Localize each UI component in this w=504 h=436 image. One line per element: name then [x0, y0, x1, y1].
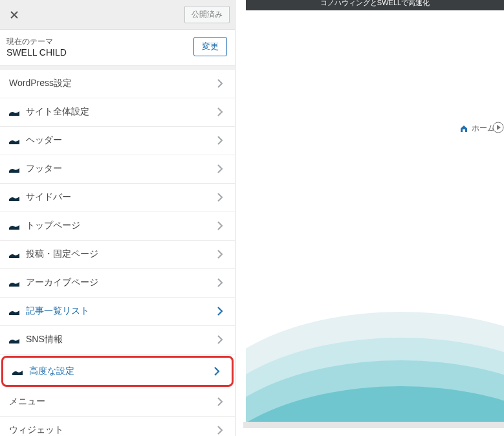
settings-item-left: 記事一覧リスト	[9, 305, 89, 317]
settings-item-label: ヘッダー	[26, 135, 62, 146]
settings-item[interactable]: 投稿・固定ページ	[0, 241, 235, 269]
settings-item-label: メニュー	[9, 396, 45, 408]
chevron-right-icon	[214, 163, 226, 175]
settings-item-label: WordPress設定	[9, 78, 72, 89]
site-preview: コノハウィングとSWELLで高速化 ホーム	[236, 0, 504, 436]
chevron-right-icon	[214, 135, 226, 146]
theme-row: 現在のテーマ SWELL CHILD 変更	[0, 30, 235, 66]
settings-item-left: 投稿・固定ページ	[9, 248, 98, 260]
theme-name: SWELL CHILD	[6, 47, 67, 58]
settings-item[interactable]: アーカイブページ	[0, 269, 235, 298]
theme-caption: 現在のテーマ	[6, 36, 67, 47]
settings-item[interactable]: 高度な設定	[1, 356, 234, 387]
swell-icon	[9, 108, 19, 116]
settings-item[interactable]: SNS情報	[0, 326, 235, 354]
swell-icon	[9, 165, 19, 173]
settings-item-left: SNS情報	[9, 334, 63, 345]
settings-item[interactable]: サイドバー	[0, 184, 235, 212]
settings-item[interactable]: ウィジェット	[0, 417, 235, 436]
settings-item-label: 投稿・固定ページ	[26, 248, 98, 260]
preview-hero	[246, 10, 504, 119]
settings-item-label: サイト全体設定	[26, 106, 89, 118]
chevron-right-icon	[214, 424, 226, 436]
wave-background	[246, 279, 504, 422]
settings-item[interactable]: サイト全体設定	[0, 98, 235, 127]
play-circle-icon[interactable]	[492, 122, 504, 133]
settings-list: WordPress設定サイト全体設定ヘッダーフッターサイドバートップページ投稿・…	[0, 66, 235, 436]
settings-item-left: フッター	[9, 163, 62, 175]
preview-ground	[243, 422, 504, 428]
swell-icon	[9, 336, 19, 343]
chevron-right-icon	[214, 106, 226, 118]
chevron-right-icon	[214, 277, 226, 289]
swell-icon	[9, 279, 19, 287]
settings-item[interactable]: トップページ	[0, 212, 235, 241]
chevron-right-icon	[214, 305, 226, 317]
chevron-right-icon	[214, 191, 226, 203]
settings-item-label: トップページ	[26, 220, 80, 232]
settings-item-label: ウィジェット	[9, 424, 63, 436]
swell-icon	[9, 250, 19, 258]
settings-item-label: SNS情報	[26, 334, 63, 345]
close-button[interactable]	[0, 0, 28, 30]
settings-item-left: ウィジェット	[9, 424, 63, 436]
settings-item-left: トップページ	[9, 220, 80, 232]
home-icon	[460, 125, 468, 133]
breadcrumb-home-label: ホーム	[472, 123, 495, 134]
swell-icon	[9, 307, 19, 315]
settings-item-left: アーカイブページ	[9, 277, 98, 289]
swell-icon	[9, 193, 19, 201]
theme-info: 現在のテーマ SWELL CHILD	[6, 36, 67, 58]
settings-item-left: メニュー	[9, 396, 45, 408]
settings-item-left: 高度な設定	[12, 365, 74, 377]
settings-item-label: サイドバー	[26, 191, 71, 203]
chevron-right-icon	[214, 78, 226, 89]
settings-item[interactable]: メニュー	[0, 388, 235, 417]
change-theme-button[interactable]: 変更	[193, 37, 227, 56]
settings-item[interactable]: ヘッダー	[0, 127, 235, 155]
close-icon	[9, 10, 19, 20]
customizer-topbar: 公開済み	[0, 0, 235, 30]
settings-item-label: アーカイブページ	[26, 277, 98, 289]
settings-item-label: 記事一覧リスト	[26, 305, 89, 317]
settings-item-label: フッター	[26, 163, 62, 175]
chevron-right-icon	[214, 220, 226, 232]
settings-item[interactable]: WordPress設定	[0, 70, 235, 98]
chevron-right-icon	[214, 334, 226, 345]
preview-banner: コノハウィングとSWELLで高速化	[246, 0, 504, 10]
breadcrumb[interactable]: ホーム	[460, 123, 495, 134]
settings-item-left: サイト全体設定	[9, 106, 89, 118]
settings-item-left: サイドバー	[9, 191, 71, 203]
swell-icon	[12, 367, 23, 375]
swell-icon	[9, 136, 19, 144]
settings-item-label: 高度な設定	[29, 365, 74, 377]
settings-item[interactable]: フッター	[0, 155, 235, 184]
chevron-right-icon	[214, 248, 226, 260]
swell-icon	[9, 222, 19, 230]
chevron-right-icon	[211, 365, 223, 377]
settings-item[interactable]: 記事一覧リスト	[0, 298, 235, 326]
customizer-sidebar: 公開済み 現在のテーマ SWELL CHILD 変更 WordPress設定サイ…	[0, 0, 236, 436]
settings-item-left: ヘッダー	[9, 135, 62, 146]
settings-item-left: WordPress設定	[9, 78, 72, 89]
chevron-right-icon	[214, 396, 226, 408]
publish-button[interactable]: 公開済み	[184, 6, 230, 23]
